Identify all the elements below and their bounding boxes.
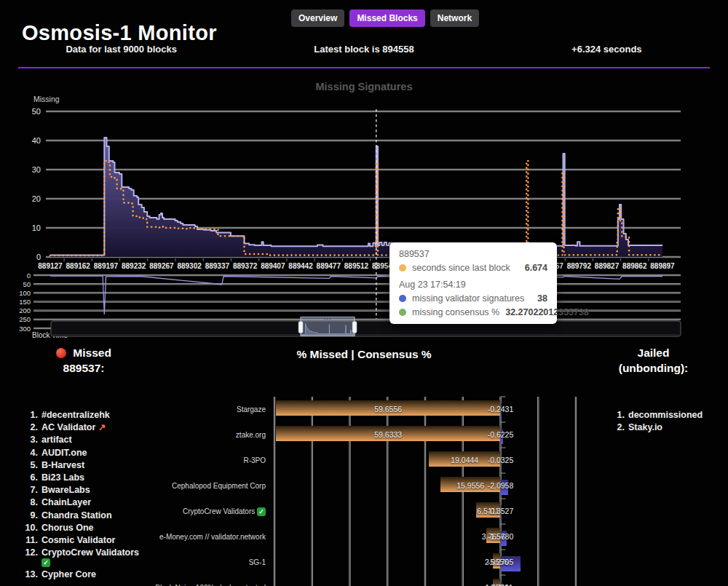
list-item: 6.Bi23 Labs bbox=[19, 473, 215, 483]
main-gridline bbox=[46, 198, 681, 199]
datazoom-handle-left[interactable] bbox=[298, 322, 303, 333]
missed-validators-list: 1.#decentralizehk2.AC Validator ↗3.artif… bbox=[19, 411, 215, 582]
y-axis-label: 40 bbox=[32, 136, 41, 145]
check-icon: ✓ bbox=[257, 507, 266, 516]
series-dot-signatures bbox=[399, 295, 406, 302]
validator-name: B-Harvest bbox=[41, 461, 84, 470]
bar-plot-area: 19.0444-0.0325 bbox=[270, 448, 728, 473]
validator-name: Chandra Station bbox=[41, 511, 112, 520]
mini-gridline bbox=[33, 301, 681, 302]
list-item: 1.#decentralizehk bbox=[19, 411, 215, 420]
percent-missed-section-header: % Missed | Consensus % bbox=[218, 347, 510, 362]
mini-gridline bbox=[33, 293, 681, 293]
bar-missed-value: 59.6556 bbox=[374, 405, 402, 413]
bar-consensus-value: -0.6225 bbox=[488, 430, 514, 439]
x-axis-label: 889232 bbox=[122, 262, 146, 270]
list-item-number: 11. bbox=[19, 536, 38, 545]
list-item-number: 3. bbox=[19, 435, 38, 445]
list-item: 9.Chandra Station bbox=[19, 511, 215, 520]
list-item-number: 1. bbox=[606, 411, 625, 420]
series-dot-consensus bbox=[399, 309, 406, 316]
validator-name: BwareLabs bbox=[41, 486, 90, 495]
list-item: 1.decommissioned bbox=[606, 411, 726, 420]
bar-consensus-value: -2.0958 bbox=[488, 481, 514, 490]
validator-name: decommissioned bbox=[628, 411, 703, 420]
validator-name: artifact bbox=[41, 435, 72, 445]
tab-overview[interactable]: Overview bbox=[291, 9, 344, 27]
list-item-number: 12. bbox=[19, 548, 38, 567]
y-axis-label: 20 bbox=[32, 194, 41, 203]
list-item: 2.AC Validator ↗ bbox=[19, 423, 215, 432]
jailed-section-header: Jailed (unbonding): bbox=[582, 345, 724, 376]
x-axis-label: 889477 bbox=[317, 262, 341, 270]
series-dot-seconds bbox=[399, 264, 406, 272]
mini-y-axis-label: 150 bbox=[19, 298, 31, 306]
tooltip-row: missing validator signatures 38 bbox=[399, 293, 547, 304]
mini-y-axis-label: 0 bbox=[27, 272, 31, 280]
bar-plot-area: 15.9556-2.0958 bbox=[270, 473, 728, 499]
list-item-number: 2. bbox=[19, 423, 38, 432]
bar-plot-area: 3.7656-1.5780 bbox=[270, 524, 728, 550]
x-axis-label: 889127 bbox=[38, 262, 63, 270]
datazoom-grip-dot bbox=[327, 318, 328, 320]
bar-consensus-value: -0.2431 bbox=[488, 405, 514, 413]
y-axis-label: 50 bbox=[32, 107, 41, 116]
bar-missed-value: 15.9556 bbox=[456, 481, 484, 490]
bar-missed-value: 19.0444 bbox=[451, 456, 478, 464]
list-item-number: 13. bbox=[19, 570, 38, 579]
list-item-number: 6. bbox=[19, 473, 38, 483]
x-axis-label: 889372 bbox=[233, 262, 258, 270]
bar-consensus-value: -1.5780 bbox=[488, 532, 514, 541]
mini-y-axis-label: 300 bbox=[19, 325, 31, 333]
mini-y-axis-label: 200 bbox=[19, 306, 31, 314]
y-axis-label: 30 bbox=[32, 165, 41, 174]
jailed-validators-list: 1.decommissioned2.Staky.io bbox=[606, 411, 726, 435]
bar-consensus-value: -0.0325 bbox=[488, 456, 514, 464]
list-item: 3.artifact bbox=[19, 435, 215, 445]
validator-name: Cosmic Validator bbox=[41, 536, 115, 545]
y-axis-label: 10 bbox=[32, 223, 41, 232]
list-item: 13.Cypher Core bbox=[19, 570, 215, 579]
datazoom-grip-dot bbox=[330, 318, 331, 320]
list-item: 5.B-Harvest bbox=[19, 461, 215, 470]
datazoom-selection[interactable] bbox=[301, 317, 355, 336]
datazoom-track[interactable] bbox=[51, 321, 681, 336]
mini-y-axis-label: 250 bbox=[19, 315, 31, 323]
tab-network[interactable]: Network bbox=[430, 9, 479, 27]
validator-name: AC Validator ↗ bbox=[41, 423, 106, 432]
x-axis-label: 889267 bbox=[149, 262, 174, 270]
list-item: 8.ChainLayer bbox=[19, 498, 215, 507]
main-gridline bbox=[46, 111, 681, 111]
missing-signatures-area[interactable] bbox=[50, 138, 662, 257]
rocket-icon: ↗ bbox=[98, 422, 106, 432]
datazoom-handle-right[interactable] bbox=[352, 322, 357, 333]
list-item-number: 4. bbox=[19, 448, 38, 458]
validator-name: #decentralizehk bbox=[41, 411, 110, 420]
tab-missed-blocks[interactable]: Missed Blocks bbox=[349, 9, 424, 27]
tooltip-block: 889537 bbox=[399, 249, 547, 259]
mini-gridline bbox=[33, 274, 681, 275]
tooltip-time: Aug 23 17:54:19 bbox=[399, 280, 547, 290]
list-item-number: 8. bbox=[19, 498, 38, 507]
validator-name: Cypher Core bbox=[41, 570, 96, 579]
check-icon: ✓ bbox=[41, 558, 50, 567]
bar-consensus-value: -0.4111 bbox=[488, 583, 513, 586]
validator-name: AUDIT.one bbox=[41, 448, 87, 458]
bar-consensus-value: -5.2705 bbox=[488, 558, 514, 566]
y-axis-label: 0 bbox=[36, 253, 41, 261]
bar-plot-area: 6.5111-0.3527 bbox=[270, 499, 728, 524]
main-gridline bbox=[46, 140, 681, 140]
validator-name: Bi23 Labs bbox=[41, 473, 84, 483]
list-item-number: 9. bbox=[19, 511, 38, 520]
validator-name: ChainLayer bbox=[41, 498, 91, 507]
tooltip-row: seconds since last block 6.674 bbox=[399, 263, 547, 273]
x-axis-label: 889337 bbox=[205, 262, 230, 270]
list-item: 11.Cosmic Validator bbox=[19, 536, 215, 545]
red-dot-icon bbox=[56, 348, 66, 358]
mini-gridline bbox=[33, 319, 681, 320]
mini-y-axis-label: 50 bbox=[23, 280, 31, 288]
list-item-number: 5. bbox=[19, 461, 38, 470]
list-item-number: 7. bbox=[19, 486, 38, 495]
missed-section-header: Missed 889537: bbox=[18, 345, 149, 376]
mini-y-axis-label: 100 bbox=[19, 289, 31, 297]
